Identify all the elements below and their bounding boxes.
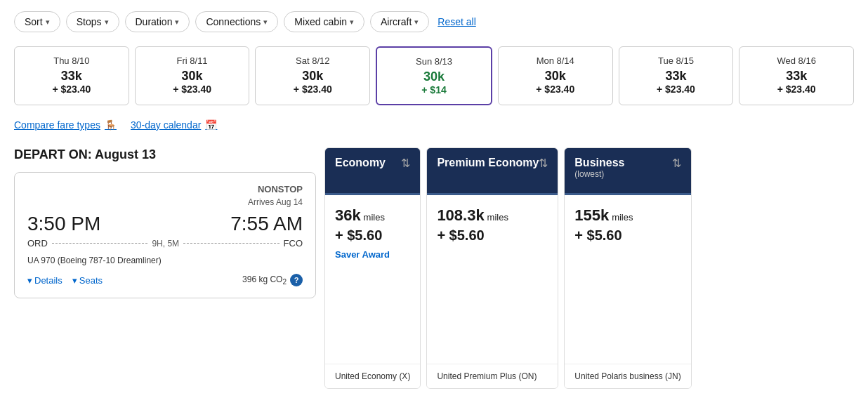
duration-label: Duration [136, 16, 173, 27]
fare-footer: United Polaris business (JN) [565, 364, 690, 388]
fare-column: Business (lowest) ⇅ 155k miles + $5.60 U… [564, 147, 691, 389]
fare-sort-icon[interactable]: ⇅ [672, 157, 681, 170]
date-card[interactable]: Thu 8/10 33k + $23.40 [14, 46, 129, 105]
fare-cash: + $5.60 [574, 227, 680, 244]
date-card[interactable]: Tue 8/15 33k + $23.40 [619, 46, 734, 105]
fare-columns: Economy ⇅ 36k miles + $5.60 Saver Award … [324, 147, 854, 389]
seats-chevron-icon: ▾ [72, 275, 77, 286]
date-cash: + $23.40 [748, 84, 845, 95]
arrive-time: 7:55 AM [230, 213, 303, 235]
fare-body: 155k miles + $5.60 [565, 195, 690, 364]
fare-miles: 36k [335, 206, 361, 224]
sort-chevron: ▾ [46, 18, 50, 27]
date-cash: + $23.40 [144, 84, 241, 95]
fare-subtitle: (lowest) [574, 169, 624, 179]
stops-filter[interactable]: Stops ▾ [66, 11, 119, 32]
flight-footer: ▾ Details ▾ Seats 396 kg CO2 ? [27, 274, 303, 286]
mixed-cabin-chevron: ▾ [350, 18, 354, 27]
calendar-30-link[interactable]: 30-day calendar 📅 [131, 119, 217, 131]
flight-links: ▾ Details ▾ Seats [27, 275, 103, 286]
fare-column: Economy ⇅ 36k miles + $5.60 Saver Award … [324, 147, 421, 389]
date-selector: Thu 8/10 33k + $23.40 Fri 8/11 30k + $23… [14, 46, 854, 105]
seats-link[interactable]: ▾ Seats [72, 275, 103, 286]
fare-miles-unit: miles [364, 212, 385, 223]
fare-sort-icon[interactable]: ⇅ [539, 157, 548, 170]
calendar-label: 30-day calendar [131, 119, 201, 131]
stops-label: Stops [77, 16, 102, 27]
fare-title: Economy [335, 157, 386, 169]
date-label: Thu 8/10 [23, 55, 120, 66]
fare-column: Premium Economy ⇅ 108.3k miles + $5.60 U… [426, 147, 558, 389]
mixed-cabin-label: Mixed cabin [294, 16, 347, 27]
connections-label: Connections [206, 16, 261, 27]
date-cash: + $14 [386, 84, 482, 95]
stop-type: NONSTOP [27, 184, 303, 194]
fare-miles-unit: miles [487, 212, 508, 223]
aircraft-filter[interactable]: Aircraft ▾ [370, 11, 429, 32]
date-cash: + $23.40 [507, 84, 604, 95]
connections-filter[interactable]: Connections ▾ [195, 11, 278, 32]
fare-footer: United Premium Plus (ON) [427, 364, 558, 388]
date-miles: 30k [144, 69, 241, 84]
connections-chevron: ▾ [263, 18, 268, 27]
fare-header: Economy ⇅ [325, 148, 420, 193]
date-label: Mon 8/14 [507, 55, 604, 66]
date-cash: + $23.40 [628, 84, 725, 95]
fare-body: 36k miles + $5.60 Saver Award [325, 195, 420, 364]
aircraft-chevron: ▾ [414, 18, 419, 27]
fare-header-text: Business (lowest) [574, 157, 624, 179]
details-link[interactable]: ▾ Details [27, 275, 63, 286]
seat-icon: 🪑 [105, 119, 117, 131]
arrives-note: Arrives Aug 14 [27, 197, 303, 207]
aircraft-label: Aircraft [381, 16, 412, 27]
destination-code: FCO [284, 238, 303, 249]
fare-footer: United Economy (X) [325, 364, 420, 388]
seats-label: Seats [79, 275, 103, 286]
date-miles: 30k [386, 70, 482, 84]
date-miles: 33k [628, 69, 725, 84]
date-miles: 30k [264, 69, 361, 84]
mixed-cabin-filter[interactable]: Mixed cabin ▾ [284, 11, 364, 32]
details-label: Details [34, 275, 63, 286]
co2-info-badge[interactable]: ? [290, 274, 303, 286]
date-cash: + $23.40 [23, 84, 120, 95]
fare-miles: 108.3k [437, 206, 484, 224]
sort-label: Sort [25, 16, 43, 27]
route-line-2 [183, 243, 279, 244]
fare-title: Business [574, 157, 624, 169]
calendar-icon: 📅 [205, 119, 217, 131]
co2-value: 396 kg CO2 [242, 274, 287, 286]
flight-section: DEPART ON: August 13 NONSTOP Arrives Aug… [14, 147, 316, 389]
date-cash: + $23.40 [264, 84, 361, 95]
date-miles: 30k [507, 69, 604, 84]
date-label: Sat 8/12 [264, 55, 361, 66]
depart-time: 3:50 PM [27, 213, 100, 235]
date-card[interactable]: Fri 8/11 30k + $23.40 [135, 46, 250, 105]
stops-chevron: ▾ [105, 18, 109, 27]
co2-info: 396 kg CO2 ? [242, 274, 303, 286]
reset-all-link[interactable]: Reset all [438, 16, 475, 27]
fare-header-text: Premium Economy [437, 157, 539, 169]
date-miles: 33k [748, 69, 845, 84]
date-label: Fri 8/11 [144, 55, 241, 66]
compare-fare-types-link[interactable]: Compare fare types 🪑 [14, 119, 117, 131]
date-card[interactable]: Wed 8/16 33k + $23.40 [739, 46, 854, 105]
date-miles: 33k [23, 69, 120, 84]
date-label: Sun 8/13 [386, 56, 482, 67]
fare-body: 108.3k miles + $5.60 [427, 195, 558, 364]
flight-times: 3:50 PM 7:55 AM [27, 213, 303, 235]
saver-label[interactable]: Saver Award [335, 249, 410, 260]
fare-miles: 155k [574, 206, 609, 224]
chevron-down-icon: ▾ [27, 275, 32, 286]
fare-header: Premium Economy ⇅ [427, 148, 558, 193]
fare-miles-row: 108.3k miles [437, 206, 548, 225]
date-card[interactable]: Mon 8/14 30k + $23.40 [498, 46, 613, 105]
duration-filter[interactable]: Duration ▾ [125, 11, 190, 32]
date-card[interactable]: Sat 8/12 30k + $23.40 [255, 46, 370, 105]
fare-sort-icon[interactable]: ⇅ [401, 157, 410, 170]
sort-filter[interactable]: Sort ▾ [14, 11, 60, 32]
depart-label: DEPART ON: August 13 [14, 147, 316, 162]
date-card[interactable]: Sun 8/13 30k + $14 [376, 46, 492, 105]
origin-code: ORD [27, 238, 48, 249]
fare-miles-row: 36k miles [335, 206, 410, 225]
